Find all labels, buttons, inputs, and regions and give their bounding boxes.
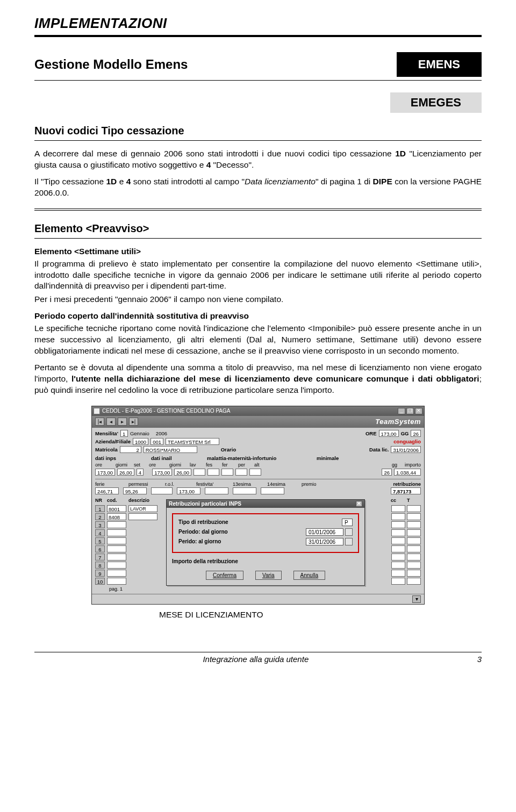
v-inps-gg[interactable]: 26,00 [117, 469, 134, 476]
val-anno: 2006 [156, 430, 167, 436]
cell-cc[interactable] [391, 578, 405, 585]
lbl-ore: ORE [366, 430, 377, 436]
minimize-button[interactable]: _ [398, 408, 405, 414]
app-toolbar: |◂ ◂ ▸ ▸| TeamSystem [92, 416, 424, 428]
cell-t[interactable] [407, 513, 421, 520]
cell-t[interactable] [407, 521, 421, 528]
val-mensilita[interactable]: 1 [120, 430, 128, 437]
input-tipo-retrib[interactable]: P [342, 519, 353, 526]
varia-button[interactable]: Varia [255, 571, 282, 580]
title-rule [34, 80, 482, 81]
lbl-datalic: Data lic. [369, 447, 389, 452]
rule [34, 210, 482, 211]
cell-t[interactable] [407, 570, 421, 577]
cell-cc[interactable] [391, 521, 405, 528]
para-2: Il "Tipo cessazione 1D e 4 sono stati in… [34, 176, 482, 199]
table-row-nr: 4 [95, 529, 105, 536]
cell-cod[interactable] [107, 537, 126, 544]
v-ferie[interactable]: 246,71 [95, 487, 119, 494]
v-per[interactable] [235, 469, 247, 476]
cell-desc[interactable]: LAVOR [128, 505, 157, 512]
maximize-button[interactable]: ❐ [406, 408, 414, 414]
th-cc: cc [391, 498, 405, 503]
h-ferie: ferie [95, 482, 119, 487]
v-fer[interactable] [221, 469, 233, 476]
cell-cod[interactable]: 8408 [107, 513, 126, 520]
calendar-icon[interactable] [345, 538, 353, 545]
cell-cc[interactable] [391, 545, 405, 552]
val-matrname[interactable]: ROSSI*MARIO [144, 446, 197, 453]
cell-cod[interactable]: 8001 [107, 505, 126, 512]
v-inail-gg[interactable]: 26,00 [174, 469, 191, 476]
table-row-nr: 5 [95, 537, 105, 544]
status-bar: ▾ [92, 594, 424, 604]
conferma-button[interactable]: Conferma [206, 571, 243, 580]
v-festivita[interactable]: 173,00 [177, 487, 200, 494]
nav-prev-icon[interactable]: ◂ [106, 418, 116, 426]
v-lav[interactable] [194, 469, 205, 476]
nav-first-icon[interactable]: |◂ [95, 418, 104, 426]
table-row-nr: 8 [95, 562, 105, 569]
v-13[interactable] [205, 487, 228, 494]
h-per: per [238, 462, 252, 468]
v-premio[interactable] [261, 487, 284, 494]
v-rol[interactable] [151, 487, 173, 494]
scroll-down-icon[interactable]: ▾ [412, 595, 421, 603]
cell-desc[interactable] [128, 513, 157, 520]
close-button[interactable]: ✕ [415, 408, 422, 414]
val-mese: Gennaio [130, 430, 149, 436]
lbl-azienda: Azienda/Filiale [95, 439, 131, 444]
cell-cod[interactable] [107, 521, 126, 528]
annulla-button[interactable]: Annulla [293, 571, 325, 580]
val-az1[interactable]: 1000 [133, 438, 148, 445]
cell-cod[interactable] [107, 529, 126, 536]
v-fes[interactable] [207, 469, 219, 476]
cell-cod[interactable] [107, 578, 126, 585]
h-ore: ore [95, 462, 113, 468]
lbl-matricola: Matricola [95, 447, 118, 452]
cell-t[interactable] [407, 554, 421, 561]
val-gg[interactable]: 26 [411, 430, 421, 437]
v-14[interactable] [233, 487, 256, 494]
cell-t[interactable] [407, 529, 421, 536]
cell-cc[interactable] [391, 570, 405, 577]
cell-cod[interactable] [107, 570, 126, 577]
v-retribuzione[interactable]: 7,87173 [391, 487, 421, 494]
val-matricola[interactable]: 2 [120, 446, 141, 453]
cell-cc[interactable] [391, 505, 405, 512]
cell-t[interactable] [407, 545, 421, 552]
cell-t[interactable] [407, 505, 421, 512]
pag-indicator: pag. 1 [95, 585, 421, 592]
cell-cc[interactable] [391, 537, 405, 544]
v-inps-set[interactable]: 4 [137, 469, 144, 476]
nav-next-icon[interactable]: ▸ [118, 418, 127, 426]
v-alt[interactable] [249, 469, 261, 476]
v-inail-ore[interactable]: 173,00 [152, 469, 172, 476]
cell-cc[interactable] [391, 562, 405, 569]
dialog-close-button[interactable]: ✕ [356, 501, 362, 507]
v-inps-ore[interactable]: 173,00 [95, 469, 115, 476]
cell-t[interactable] [407, 537, 421, 544]
v-min-gg[interactable]: 26 [382, 469, 392, 476]
v-permessi[interactable]: 95,26 [123, 487, 147, 494]
val-datalic[interactable]: 31/01/2006 [391, 446, 421, 453]
cell-cod[interactable] [107, 562, 126, 569]
cell-cod[interactable] [107, 545, 126, 552]
cell-t[interactable] [407, 578, 421, 585]
v-min-imp[interactable]: 1.038,44 [394, 469, 421, 476]
cell-cc[interactable] [391, 554, 405, 561]
input-al-giorno[interactable]: 31/01/2006 [306, 538, 343, 545]
val-az2[interactable]: 001 [150, 438, 163, 445]
h-rol: r.o.l. [165, 482, 187, 487]
cell-cod[interactable] [107, 554, 126, 561]
input-dal-giorno[interactable]: 01/01/2006 [306, 528, 343, 536]
lbl-al-giorno: Perido: al giorno [178, 538, 221, 544]
rule [34, 140, 482, 141]
val-ore[interactable]: 173,00 [379, 430, 399, 437]
nav-last-icon[interactable]: ▸| [129, 418, 138, 426]
calendar-icon[interactable] [345, 528, 353, 536]
cell-cc[interactable] [391, 529, 405, 536]
val-azname[interactable]: TEAMSYSTEM Srl [166, 438, 219, 445]
cell-t[interactable] [407, 562, 421, 569]
cell-cc[interactable] [391, 513, 405, 520]
